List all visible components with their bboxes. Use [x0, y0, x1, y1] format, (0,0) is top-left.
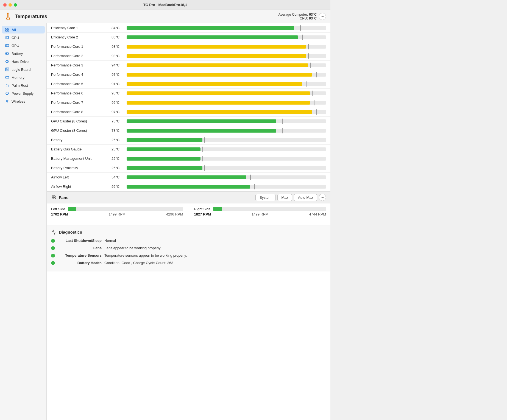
fan-left-current-rpm: 1702 RPM: [51, 212, 68, 216]
temp-bar: [127, 147, 200, 151]
temp-bar: [127, 129, 276, 133]
auto-max-button[interactable]: Auto Max: [294, 194, 317, 201]
temp-bar-container: [127, 129, 326, 133]
diag-key: Temperature Sensors: [58, 253, 102, 257]
system-button[interactable]: System: [255, 194, 275, 201]
svg-point-15: [8, 61, 8, 62]
power-icon: [5, 91, 9, 96]
fan-left-label: Left Side: [51, 207, 65, 211]
fans-header-left: Fans: [51, 195, 68, 200]
temp-bar-container: [127, 147, 326, 151]
sidebar-label-powersupply: Power Supply: [12, 91, 34, 96]
cpu-label: CPU:: [300, 16, 308, 20]
temp-bar: [127, 73, 312, 77]
temp-row: Efficiency Core 184°C: [47, 23, 330, 33]
sidebar-item-gpu[interactable]: GPU: [2, 42, 45, 49]
temp-row: Performance Core 394°C: [47, 61, 330, 70]
sidebar-item-powersupply[interactable]: Power Supply: [2, 89, 45, 97]
sidebar-item-battery[interactable]: Battery: [2, 50, 45, 57]
temp-name: Performance Core 4: [51, 72, 112, 77]
diag-key: Last Shutdown/Sleep: [58, 239, 102, 243]
diag-row: Last Shutdown/SleepNormal: [51, 238, 326, 243]
diag-status-dot: [51, 239, 55, 243]
diag-row: FansFans appear to be working properly.: [51, 245, 326, 251]
bar-marker: [302, 35, 303, 40]
diag-value: Normal: [104, 239, 116, 243]
temp-name: Battery: [51, 138, 112, 142]
temp-bar-container: [127, 157, 326, 161]
temp-bar-container: [127, 166, 326, 170]
fan-right-label: Right Side: [194, 207, 211, 211]
temp-bar: [127, 110, 312, 114]
header-more-button[interactable]: ···: [319, 13, 326, 20]
temp-row: GPU Cluster (8 Cores)78°C: [47, 126, 330, 135]
temp-name: Battery Proximity: [51, 166, 112, 170]
bar-marker: [314, 100, 314, 105]
sidebar-item-memory[interactable]: Memory: [2, 74, 45, 81]
bar-marker: [310, 63, 311, 68]
temp-value: 97°C: [112, 72, 127, 77]
temp-name: Performance Core 1: [51, 44, 112, 49]
svg-rect-22: [5, 77, 9, 78]
sidebar-item-logicboard[interactable]: Logic Board: [2, 66, 45, 73]
temp-row: Airflow Right56°C: [47, 182, 330, 191]
diag-status-dot: [51, 246, 55, 250]
fans-section-header: Fans System Max Auto Max ···: [47, 191, 330, 203]
memory-icon: [5, 75, 9, 80]
maximize-button[interactable]: [14, 3, 17, 7]
bar-marker: [204, 137, 205, 143]
temp-value: 94°C: [112, 63, 127, 67]
max-button[interactable]: Max: [277, 194, 292, 201]
temp-name: GPU Cluster (8 Cores): [51, 128, 112, 133]
temp-value: 26°C: [112, 166, 127, 170]
temp-bar: [127, 175, 246, 179]
temp-name: Efficiency Core 1: [51, 26, 112, 30]
temp-row: Battery Gas Gauge25°C: [47, 145, 330, 154]
temp-value: 56°C: [112, 184, 127, 189]
temp-bar: [127, 35, 298, 39]
sidebar-item-harddrive[interactable]: Hard Drive: [2, 58, 45, 65]
temp-bar-container: [127, 110, 326, 114]
diagnostics-title: Diagnostics: [59, 230, 82, 234]
temp-bar-container: [127, 185, 326, 189]
temp-row: Airflow Left54°C: [47, 173, 330, 182]
temp-name: Performance Core 7: [51, 100, 112, 105]
temp-name: Battery Management Unit: [51, 156, 112, 161]
temp-bar: [127, 101, 310, 105]
fan-left-rpm-row: 1702 RPM 1499 RPM 4296 RPM: [51, 212, 183, 216]
sidebar-item-all[interactable]: All: [2, 26, 45, 33]
temp-bar: [127, 119, 276, 123]
temp-name: Performance Core 2: [51, 54, 112, 58]
diag-value: Temperature sensors appear to be working…: [104, 253, 187, 257]
temp-name: Performance Core 8: [51, 110, 112, 114]
sidebar-item-palmrest[interactable]: Palm Rest: [2, 82, 45, 89]
header-left: Temperatures: [4, 13, 47, 20]
temp-value: 93°C: [112, 44, 127, 49]
temp-bar: [127, 157, 200, 161]
diag-key: Battery Health: [58, 261, 102, 265]
minimize-button[interactable]: [9, 3, 12, 7]
sidebar-item-wireless[interactable]: Wireless: [2, 97, 45, 105]
temp-bar: [127, 54, 306, 58]
temp-name: Airflow Left: [51, 175, 112, 179]
diagnostics-header: Diagnostics: [51, 229, 326, 235]
temp-value: 91°C: [112, 82, 127, 86]
temp-name: Performance Core 5: [51, 82, 112, 86]
bar-marker: [282, 119, 283, 124]
svg-rect-2: [5, 30, 7, 31]
bar-marker: [308, 44, 309, 49]
temp-value: 25°C: [112, 156, 127, 161]
fans-title: Fans: [59, 195, 68, 200]
fans-more-button[interactable]: ···: [319, 194, 326, 201]
close-button[interactable]: [3, 3, 7, 7]
temp-value: 26°C: [112, 138, 127, 142]
temp-bar-container: [127, 175, 326, 179]
temp-value: 54°C: [112, 175, 127, 179]
temp-bar-container: [127, 45, 326, 49]
sidebar-item-cpu[interactable]: CPU: [2, 34, 45, 41]
content-area: All CPU GPU Battery: [0, 23, 330, 420]
temp-row: Efficiency Core 286°C: [47, 33, 330, 42]
fan-right-progress-bar: [213, 207, 222, 211]
bar-marker: [254, 184, 255, 189]
bar-marker: [300, 25, 301, 31]
